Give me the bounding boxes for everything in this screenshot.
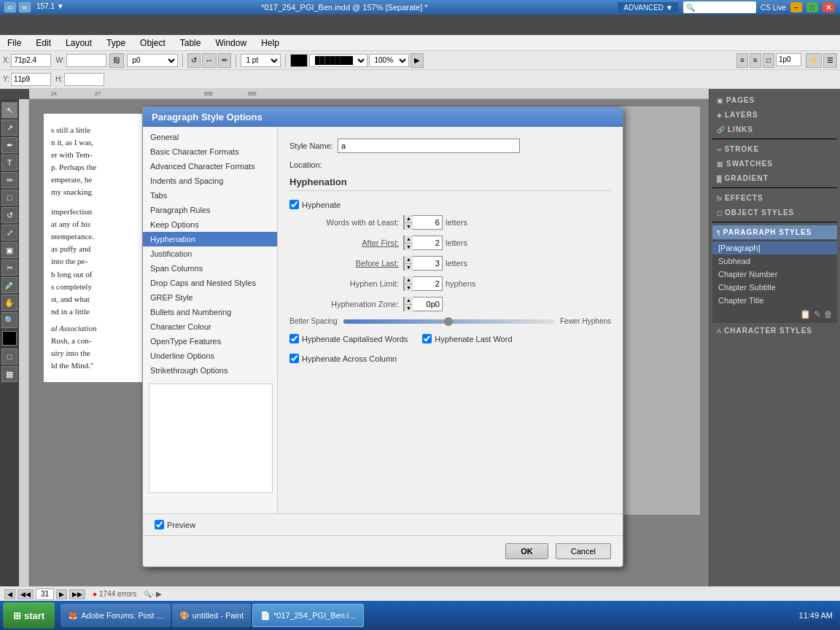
taskbar-item-paint[interactable]: 🎨 untitled - Paint [172, 604, 251, 627]
hyphen-zone-down[interactable]: ▼ [405, 305, 413, 312]
scissors-tool[interactable]: ✂ [1, 260, 18, 276]
prev-page-btn[interactable]: ◀ [4, 589, 15, 599]
pen-tool[interactable]: ✒ [1, 137, 18, 153]
close-button[interactable]: ✕ [822, 2, 834, 12]
nav-adv-char[interactable]: Advanced Character Formats [143, 159, 277, 174]
first-page-btn[interactable]: ◀◀ [18, 589, 34, 599]
nav-bullets[interactable]: Bullets and Numbering [143, 305, 277, 319]
hyphen-zone-spinbox[interactable]: ▲ ▼ [403, 297, 443, 311]
type-tool[interactable]: T [1, 155, 18, 171]
align-left-btn[interactable]: ≡ [736, 53, 748, 68]
rectangle-tool[interactable]: □ [1, 190, 18, 206]
unit-select[interactable]: p0 [127, 54, 178, 67]
hyphen-limit-input[interactable] [413, 277, 442, 290]
menu-object[interactable]: Object [133, 35, 173, 51]
after-first-input[interactable] [413, 236, 442, 249]
across-col-checkbox[interactable] [289, 354, 299, 363]
hyphen-limit-up[interactable]: ▲ [405, 276, 413, 284]
hyphen-zone-input[interactable] [413, 298, 442, 311]
color-swatch[interactable] [290, 54, 308, 67]
cs-btn2[interactable]: ☰ [823, 53, 837, 68]
h-input[interactable] [64, 73, 104, 86]
nav-basic-char[interactable]: Basic Character Formats [143, 144, 277, 159]
para-styles-panel-btn[interactable]: ¶ PARAGRAPH STYLES [712, 225, 837, 239]
w-input[interactable] [66, 54, 106, 67]
color-select[interactable]: ████████ [309, 54, 368, 67]
after-first-down[interactable]: ▼ [405, 244, 413, 251]
offset-input[interactable] [776, 53, 801, 66]
nav-hyphenation[interactable]: Hyphenation [143, 232, 277, 246]
nav-drop-caps[interactable]: Drop Caps and Nested Styles [143, 276, 277, 290]
rotate-tool[interactable]: ↺ [1, 207, 18, 223]
nav-span-cols[interactable]: Span Columns [143, 261, 277, 276]
gradient-panel-btn[interactable]: ▓ GRADIENT [712, 171, 837, 185]
words-least-input[interactable] [413, 216, 442, 229]
maximize-button[interactable]: □ [806, 2, 818, 12]
words-least-up[interactable]: ▲ [405, 215, 413, 223]
menu-file[interactable]: File [0, 35, 28, 51]
nav-grep[interactable]: GREP Style [143, 290, 277, 305]
para-styles-new-btn[interactable]: 📋 [800, 309, 811, 319]
cap-words-checkbox[interactable] [289, 334, 299, 343]
words-least-down[interactable]: ▼ [405, 223, 413, 230]
hyphenate-checkbox[interactable] [289, 200, 299, 209]
hyphen-limit-spinbox[interactable]: ▲ ▼ [403, 276, 443, 291]
rotate-btn[interactable]: ↺ [187, 53, 201, 68]
pencil-tool[interactable]: ✏ [1, 172, 18, 188]
eyedropper-tool[interactable]: 💉 [1, 277, 18, 293]
pages-panel-btn[interactable]: ▣ PAGES [712, 93, 837, 107]
taskbar-item-firefox[interactable]: 🦊 Adobe Forums: Post ... [61, 604, 171, 627]
menu-window[interactable]: Window [208, 35, 254, 51]
fill-stroke[interactable] [2, 331, 17, 346]
nav-para-rules[interactable]: Paragraph Rules [143, 203, 277, 217]
before-last-down[interactable]: ▼ [405, 264, 413, 271]
preview-mode-btn[interactable]: ▦ [1, 366, 18, 382]
nav-char-colour[interactable]: Character Colour [143, 319, 277, 334]
menu-type[interactable]: Type [99, 35, 133, 51]
para-style-chapter-sub[interactable]: Chapter Subtitle [712, 281, 837, 294]
para-style-chapter-num[interactable]: Chapter Number [712, 268, 837, 281]
zoom-select[interactable]: 100% [369, 54, 409, 67]
chain-btn[interactable]: ⛓ [109, 53, 124, 68]
minimize-button[interactable]: – [790, 2, 802, 12]
hyphen-zone-up[interactable]: ▲ [405, 297, 413, 305]
advanced-button[interactable]: ADVANCED ▼ [618, 2, 679, 13]
y-input[interactable] [11, 73, 51, 86]
preview-checkbox[interactable] [155, 520, 164, 529]
before-last-up[interactable]: ▲ [405, 256, 413, 264]
page-number-input[interactable] [36, 588, 54, 600]
nav-underline[interactable]: Underline Options [143, 349, 277, 363]
last-page-btn[interactable]: ▶▶ [69, 589, 85, 599]
start-button[interactable]: ⊞ start [3, 602, 55, 629]
menu-edit[interactable]: Edit [28, 35, 58, 51]
nav-opentype[interactable]: OpenType Features [143, 334, 277, 349]
after-first-spinbox[interactable]: ▲ ▼ [403, 236, 443, 250]
para-style-subhead[interactable]: Subhead [712, 254, 837, 268]
hyphen-limit-down[interactable]: ▼ [405, 284, 413, 292]
last-word-checkbox[interactable] [422, 334, 432, 343]
para-styles-delete-btn[interactable]: 🗑 [824, 309, 833, 319]
object-styles-panel-btn[interactable]: ◻ OBJECT STYLES [712, 206, 837, 219]
nav-justification[interactable]: Justification [143, 246, 277, 261]
para-style-chapter-title[interactable]: Chapter Title [712, 294, 837, 307]
direct-select-tool[interactable]: ↗ [1, 120, 18, 136]
before-last-spinbox[interactable]: ▲ ▼ [403, 256, 443, 271]
before-last-input[interactable] [413, 257, 442, 270]
flip-btn[interactable]: ↔ [202, 53, 217, 68]
effects-panel-btn[interactable]: fx EFFECTS [712, 191, 837, 205]
x-input[interactable] [11, 54, 51, 67]
normal-mode-btn[interactable]: □ [1, 349, 18, 365]
nav-tabs[interactable]: Tabs [143, 188, 277, 203]
words-least-spinbox[interactable]: ▲ ▼ [403, 215, 443, 230]
select-tool[interactable]: ↖ [1, 102, 18, 118]
menu-layout[interactable]: Layout [58, 35, 99, 51]
after-first-up[interactable]: ▲ [405, 236, 413, 244]
layers-panel-btn[interactable]: ◈ LAYERS [712, 108, 837, 122]
search-bar[interactable]: 🔍 [683, 1, 756, 13]
menu-table[interactable]: Table [173, 35, 209, 51]
hyphen-slider[interactable] [343, 319, 554, 324]
next-page-btn[interactable]: ▶ [56, 589, 67, 599]
gradient-tool[interactable]: ▣ [1, 242, 18, 258]
nav-indents[interactable]: Indents and Spacing [143, 174, 277, 188]
swatches-panel-btn[interactable]: ▦ SWATCHES [712, 157, 837, 171]
